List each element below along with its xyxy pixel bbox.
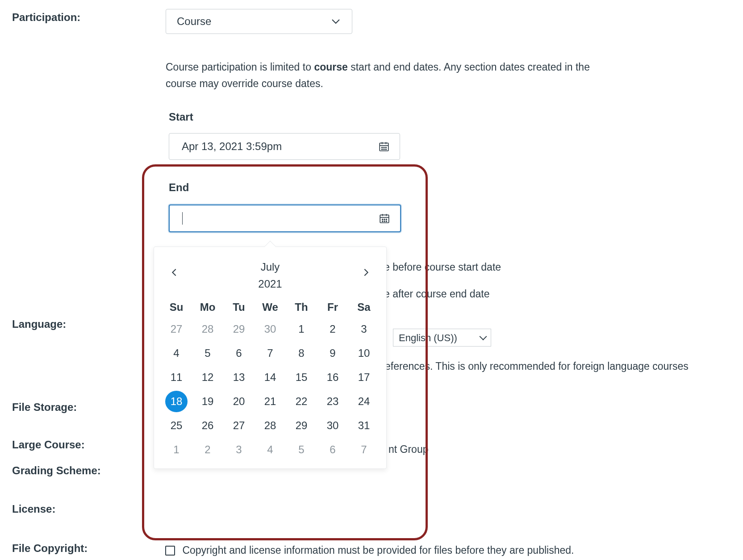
svg-point-1 xyxy=(382,147,383,148)
date-picker[interactable]: July 2021 SuMoTuWeThFrSa2728293012345678… xyxy=(154,247,387,469)
file-copyright-label: File Copyright: xyxy=(12,542,88,555)
calendar-weekday: Th xyxy=(290,299,313,316)
svg-point-11 xyxy=(382,221,383,222)
calendar-day[interactable]: 2 xyxy=(321,318,344,340)
prev-month-button[interactable] xyxy=(169,267,179,277)
calendar-day[interactable]: 6 xyxy=(321,439,344,460)
calendar-day[interactable]: 28 xyxy=(196,318,219,340)
calendar-day[interactable]: 15 xyxy=(290,367,313,388)
calendar-day[interactable]: 20 xyxy=(228,391,250,412)
calendar-day[interactable]: 1 xyxy=(290,318,313,340)
svg-point-12 xyxy=(384,221,385,222)
svg-point-3 xyxy=(385,147,386,148)
participation-helper: Course participation is limited to cours… xyxy=(166,59,608,92)
svg-point-6 xyxy=(385,149,386,150)
calendar-day[interactable]: 29 xyxy=(290,415,313,436)
language-select[interactable]: English (US)) xyxy=(393,329,491,347)
calendar-day[interactable]: 7 xyxy=(353,439,375,460)
calendar-weekday: We xyxy=(259,299,281,316)
calendar-day[interactable]: 3 xyxy=(228,439,250,460)
calendar-day[interactable]: 31 xyxy=(353,415,375,436)
calendar-weekday: Sa xyxy=(353,299,375,316)
calendar-day[interactable]: 30 xyxy=(321,415,344,436)
calendar-day[interactable]: 18 xyxy=(165,391,188,412)
calendar-day[interactable]: 26 xyxy=(196,415,219,436)
calendar-day[interactable]: 7 xyxy=(259,343,281,364)
calendar-day[interactable]: 6 xyxy=(228,343,250,364)
calendar-day[interactable]: 27 xyxy=(228,415,250,436)
calendar-day[interactable]: 11 xyxy=(165,367,188,388)
calendar-day[interactable]: 4 xyxy=(259,439,281,460)
large-course-helper: nt Group xyxy=(388,441,429,458)
calendar-day[interactable]: 27 xyxy=(165,318,188,340)
svg-point-9 xyxy=(384,219,385,220)
grading-scheme-label: Grading Scheme: xyxy=(12,464,101,477)
calendar-day[interactable]: 1 xyxy=(165,439,188,460)
calendar-day[interactable]: 24 xyxy=(353,391,375,412)
calendar-day[interactable]: 3 xyxy=(353,318,375,340)
calendar-year: 2021 xyxy=(154,276,386,293)
calendar-day[interactable]: 16 xyxy=(321,367,344,388)
checkbox-icon[interactable] xyxy=(165,546,175,556)
restrict-before-text: e before course start date xyxy=(384,259,501,276)
calendar-icon[interactable] xyxy=(379,213,390,224)
calendar-day[interactable]: 2 xyxy=(196,439,219,460)
calendar-day[interactable]: 19 xyxy=(196,391,219,412)
chevron-down-icon xyxy=(330,16,341,27)
calendar-day[interactable]: 22 xyxy=(290,391,313,412)
language-helper: eferences. This is only recommended for … xyxy=(385,358,733,375)
calendar-icon[interactable] xyxy=(378,141,390,152)
participation-label: Participation: xyxy=(12,11,80,23)
calendar-weekday: Su xyxy=(165,299,188,316)
calendar-day[interactable]: 14 xyxy=(259,367,281,388)
calendar-day[interactable]: 13 xyxy=(228,367,250,388)
restrict-after-text: e after course end date xyxy=(384,286,490,302)
calendar-day[interactable]: 4 xyxy=(165,343,188,364)
svg-point-13 xyxy=(386,221,387,222)
calendar-day[interactable]: 28 xyxy=(259,415,281,436)
participation-select-value: Course xyxy=(177,15,211,28)
license-label: License: xyxy=(12,503,55,515)
svg-point-10 xyxy=(386,219,387,220)
calendar-weekday: Mo xyxy=(196,299,219,316)
start-label: Start xyxy=(169,111,193,123)
calendar-day[interactable]: 9 xyxy=(321,343,344,364)
calendar-day[interactable]: 23 xyxy=(321,391,344,412)
calendar-weekday: Tu xyxy=(228,299,250,316)
file-copyright-text: Copyright and license information must b… xyxy=(182,544,574,556)
calendar-day[interactable]: 29 xyxy=(228,318,250,340)
calendar-month: July xyxy=(154,259,386,276)
calendar-day[interactable]: 10 xyxy=(353,343,375,364)
large-course-label: Large Course: xyxy=(12,439,85,451)
file-copyright-checkbox[interactable]: Copyright and license information must b… xyxy=(165,542,701,559)
file-storage-label: File Storage: xyxy=(12,401,77,414)
calendar-day[interactable]: 12 xyxy=(196,367,219,388)
calendar-day[interactable]: 25 xyxy=(165,415,188,436)
next-month-button[interactable] xyxy=(361,267,371,277)
calendar-day[interactable]: 30 xyxy=(259,318,281,340)
end-date-input[interactable] xyxy=(169,205,401,232)
svg-point-4 xyxy=(382,149,383,150)
calendar-day[interactable]: 5 xyxy=(290,439,313,460)
calendar-day[interactable]: 21 xyxy=(259,391,281,412)
calendar-day[interactable]: 17 xyxy=(353,367,375,388)
text-cursor xyxy=(182,212,183,225)
calendar-day[interactable]: 8 xyxy=(290,343,313,364)
end-label: End xyxy=(169,181,189,194)
svg-point-2 xyxy=(384,147,384,148)
svg-point-8 xyxy=(382,219,383,220)
participation-select[interactable]: Course xyxy=(166,9,352,34)
language-label: Language: xyxy=(12,318,66,330)
start-date-input[interactable]: Apr 13, 2021 3:59pm xyxy=(169,133,400,160)
start-date-value: Apr 13, 2021 3:59pm xyxy=(182,140,282,153)
svg-point-5 xyxy=(384,149,384,150)
calendar-day[interactable]: 5 xyxy=(196,343,219,364)
calendar-weekday: Fr xyxy=(321,299,344,316)
